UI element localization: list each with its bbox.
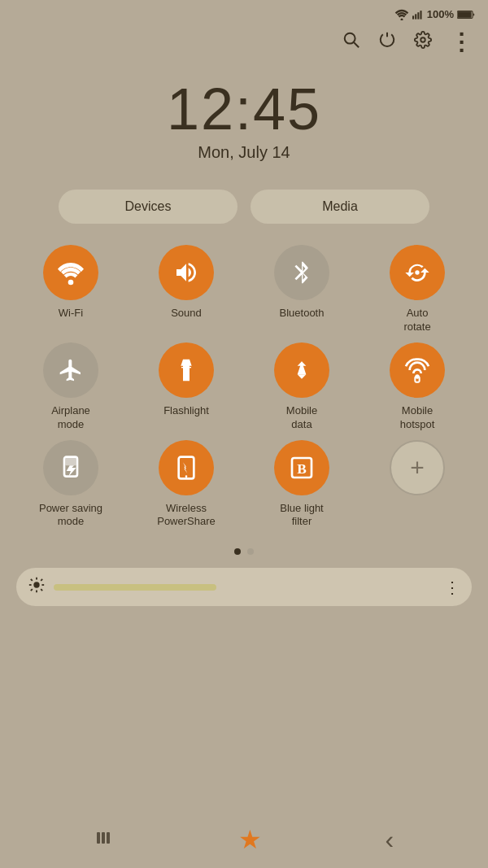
wireless-powershare-icon-bg bbox=[159, 440, 214, 495]
svg-point-9 bbox=[420, 37, 425, 42]
svg-rect-4 bbox=[420, 11, 421, 20]
svg-point-20 bbox=[33, 582, 39, 588]
svg-rect-30 bbox=[102, 832, 105, 844]
clock-date: Mon, July 14 bbox=[0, 143, 488, 162]
svg-point-17 bbox=[185, 475, 188, 478]
qs-wireless-powershare[interactable]: WirelessPowerShare bbox=[132, 440, 241, 530]
brightness-row[interactable]: ⋮ bbox=[16, 568, 472, 606]
quick-settings-grid: Wi-Fi Sound Bluetooth A bbox=[0, 237, 488, 537]
svg-rect-2 bbox=[415, 14, 416, 19]
tab-devices[interactable]: Devices bbox=[59, 190, 237, 224]
mobile-data-icon-bg bbox=[274, 342, 329, 398]
signal-icon bbox=[412, 9, 424, 20]
auto-rotate-label: Autorotate bbox=[403, 307, 430, 334]
blue-light-label: Blue lightfilter bbox=[280, 502, 323, 530]
svg-point-11 bbox=[415, 270, 419, 274]
wifi-label: Wi-Fi bbox=[59, 307, 83, 321]
svg-rect-15 bbox=[65, 458, 76, 465]
qs-sound[interactable]: Sound bbox=[132, 245, 241, 334]
page-dots bbox=[0, 548, 488, 555]
qs-add[interactable]: + bbox=[363, 440, 472, 530]
qs-blue-light[interactable]: B Blue lightfilter bbox=[247, 440, 356, 530]
add-icon-bg: + bbox=[390, 440, 445, 495]
qs-wifi[interactable]: Wi-Fi bbox=[16, 245, 125, 334]
clock-time: 12:45 bbox=[0, 80, 488, 138]
power-saving-icon-bg bbox=[43, 440, 98, 495]
qs-mobile-hotspot[interactable]: Mobilehotspot bbox=[363, 342, 472, 432]
sound-icon-bg bbox=[159, 245, 214, 300]
qs-bluetooth[interactable]: Bluetooth bbox=[247, 245, 356, 334]
qs-auto-rotate[interactable]: Autorotate bbox=[363, 245, 472, 334]
svg-text:B: B bbox=[297, 460, 307, 476]
qs-mobile-data[interactable]: Mobiledata bbox=[247, 342, 356, 432]
wifi-icon-bg bbox=[43, 245, 98, 300]
nav-home-icon[interactable]: ★ bbox=[238, 824, 262, 855]
dot-2 bbox=[247, 548, 254, 555]
toolbar: ⋮ bbox=[0, 25, 488, 63]
tabs-row: Devices Media bbox=[0, 170, 488, 237]
airplane-label: Airplanemode bbox=[51, 404, 90, 432]
tab-media[interactable]: Media bbox=[251, 190, 429, 224]
flashlight-label: Flashlight bbox=[163, 404, 209, 418]
svg-rect-13 bbox=[415, 377, 419, 382]
battery-icon bbox=[457, 10, 475, 20]
mobile-hotspot-icon-bg bbox=[390, 342, 445, 398]
flashlight-icon-bg bbox=[159, 342, 214, 398]
dot-1 bbox=[234, 548, 241, 555]
wireless-powershare-label: WirelessPowerShare bbox=[157, 502, 216, 530]
blue-light-icon-bg: B bbox=[274, 440, 329, 495]
clock-area: 12:45 Mon, July 14 bbox=[0, 63, 488, 170]
svg-rect-16 bbox=[179, 456, 194, 478]
status-bar: 100% bbox=[0, 0, 488, 25]
svg-line-24 bbox=[41, 590, 42, 591]
svg-point-7 bbox=[345, 33, 355, 43]
search-icon[interactable] bbox=[342, 31, 360, 54]
power-saving-label: Power savingmode bbox=[39, 502, 102, 530]
nav-menu-icon[interactable] bbox=[94, 827, 115, 853]
mobile-hotspot-label: Mobilehotspot bbox=[400, 404, 435, 432]
sound-label: Sound bbox=[171, 307, 202, 321]
power-icon[interactable] bbox=[378, 31, 396, 54]
nav-bar: ★ ‹ bbox=[0, 811, 488, 868]
svg-line-28 bbox=[41, 579, 42, 581]
svg-line-8 bbox=[354, 42, 359, 47]
svg-rect-6 bbox=[458, 11, 472, 17]
more-icon[interactable]: ⋮ bbox=[450, 28, 472, 55]
svg-rect-31 bbox=[107, 832, 110, 844]
svg-line-27 bbox=[31, 590, 33, 591]
qs-airplane[interactable]: Airplanemode bbox=[16, 342, 125, 432]
nav-back-icon[interactable]: ‹ bbox=[386, 825, 394, 855]
svg-point-10 bbox=[68, 280, 74, 286]
svg-line-23 bbox=[31, 579, 33, 581]
svg-point-0 bbox=[400, 18, 403, 20]
settings-icon[interactable] bbox=[414, 31, 432, 54]
mobile-data-label: Mobiledata bbox=[286, 404, 317, 432]
qs-flashlight[interactable]: Flashlight bbox=[132, 342, 241, 432]
qs-power-saving[interactable]: Power savingmode bbox=[16, 440, 125, 530]
bluetooth-icon-bg bbox=[274, 245, 329, 300]
wifi-status-icon bbox=[394, 9, 409, 20]
brightness-more-icon[interactable]: ⋮ bbox=[444, 578, 460, 597]
svg-rect-3 bbox=[417, 12, 419, 19]
brightness-fill bbox=[54, 584, 216, 591]
airplane-icon-bg bbox=[43, 342, 98, 398]
svg-rect-29 bbox=[97, 832, 100, 844]
bluetooth-label: Bluetooth bbox=[280, 307, 325, 321]
brightness-icon bbox=[28, 576, 46, 598]
svg-rect-1 bbox=[412, 15, 414, 19]
battery-percentage: 100% bbox=[427, 8, 454, 20]
auto-rotate-icon-bg bbox=[390, 245, 445, 300]
